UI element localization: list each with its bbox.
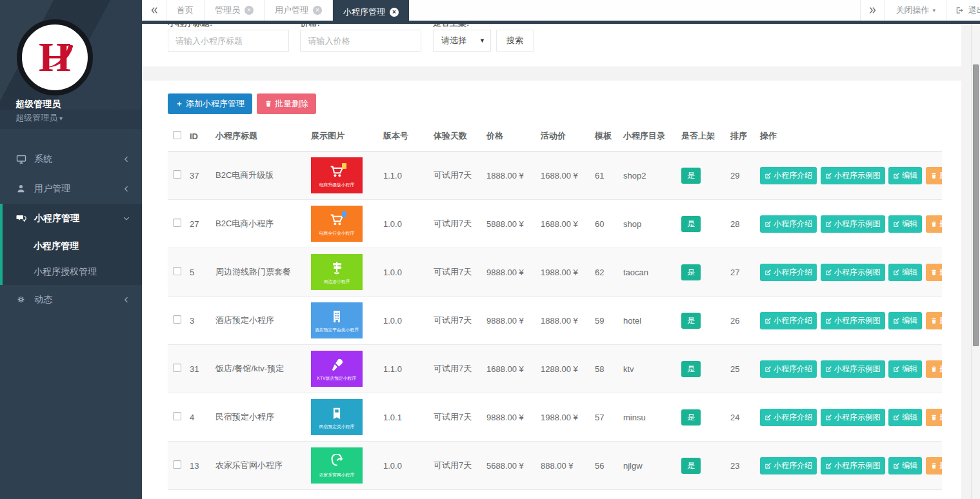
close-icon[interactable]: ×: [245, 6, 254, 15]
row-checkbox[interactable]: [173, 219, 181, 227]
preview-image[interactable]: 酒店预定平台类小程序: [311, 302, 363, 338]
row-checkbox[interactable]: [173, 170, 181, 179]
user-role-dropdown[interactable]: 超级管理员▾: [15, 112, 63, 124]
row-checkbox[interactable]: [173, 412, 181, 420]
on-shelf-badge[interactable]: 是: [681, 361, 701, 377]
cell-price: [485, 490, 539, 499]
batch-delete-button[interactable]: 批量删除: [257, 93, 316, 114]
preview-image[interactable]: 电商升级版小程序: [311, 157, 363, 193]
image-caption: 周边游小程序: [324, 279, 350, 284]
brand-logo: H: [17, 19, 93, 95]
examples-button[interactable]: 小程序示例图: [821, 457, 885, 475]
on-shelf-badge[interactable]: 是: [681, 313, 701, 329]
tab-miniprogram-management[interactable]: 小程序管理 ×: [333, 0, 409, 24]
edit-button[interactable]: 编辑: [888, 312, 922, 329]
cell-on-shelf: 是: [680, 345, 729, 393]
preview-image[interactable]: 民宿预定类小程序: [311, 399, 363, 435]
table-toolbar: 添加小程序管理 批量删除: [168, 93, 942, 114]
cell-trial-days: 可试用7天: [432, 345, 485, 393]
edit-icon: [765, 269, 772, 276]
edit-icon: [893, 172, 900, 179]
on-shelf-select[interactable]: 请选择 ▼: [433, 30, 491, 52]
row-checkbox[interactable]: [173, 315, 181, 324]
intro-button[interactable]: 小程序介绍: [760, 360, 817, 378]
edit-button[interactable]: 编辑: [888, 167, 922, 184]
select-all-checkbox[interactable]: [173, 131, 181, 139]
intro-button[interactable]: 小程序介绍: [760, 457, 817, 475]
tabs-scroll-right-button[interactable]: [860, 0, 885, 21]
edit-button[interactable]: 编辑: [888, 264, 922, 281]
vertical-scrollbar-thumb[interactable]: [973, 64, 979, 346]
delete-button[interactable]: 删除: [926, 215, 942, 233]
cell-image: 酒店预定平台类小程序: [310, 297, 382, 345]
edit-icon: [765, 462, 772, 469]
delete-button[interactable]: 删除: [926, 264, 942, 281]
vertical-scrollbar-track[interactable]: [971, 24, 980, 499]
edit-icon: [825, 269, 832, 276]
examples-button[interactable]: 小程序示例图: [821, 215, 885, 233]
examples-button[interactable]: 小程序示例图: [821, 312, 885, 329]
edit-icon: [825, 366, 832, 373]
search-button[interactable]: 搜索: [496, 30, 534, 52]
image-caption: 电商全行业小程序: [319, 230, 354, 235]
close-icon[interactable]: ×: [313, 6, 322, 15]
row-checkbox[interactable]: [173, 460, 181, 469]
edit-button[interactable]: 编辑: [888, 215, 922, 233]
tab-user-management[interactable]: 用户管理 ×: [265, 0, 333, 21]
sidebar-subitem-miniprogram-auth-management[interactable]: 小程序授权管理: [3, 259, 142, 285]
examples-button[interactable]: 小程序示例图: [821, 264, 885, 281]
cell-actions: 小程序介绍 小程序示例图 编辑 删除: [759, 345, 942, 393]
delete-button[interactable]: 删除: [926, 167, 942, 184]
close-icon[interactable]: ×: [390, 8, 399, 17]
on-shelf-badge[interactable]: 是: [681, 264, 701, 280]
examples-button[interactable]: 小程序示例图: [821, 360, 885, 378]
cell-title: 周边游线路门票套餐: [214, 248, 310, 297]
row-checkbox[interactable]: [173, 267, 181, 275]
tabs-scroll-left-button[interactable]: [142, 0, 166, 21]
intro-button[interactable]: 小程序介绍: [760, 312, 817, 329]
cell-trial-days: 可试用7天: [432, 393, 485, 442]
on-shelf-badge[interactable]: 是: [681, 216, 701, 232]
examples-button[interactable]: 小程序示例图: [821, 409, 885, 426]
delete-button[interactable]: 删除: [926, 312, 942, 329]
delete-button[interactable]: 删除: [926, 457, 942, 475]
field-label: 价格:: [300, 24, 421, 28]
cell-price: 1688.00 ¥: [485, 345, 539, 393]
sidebar-item-dynamic[interactable]: 动态: [0, 285, 142, 315]
examples-button[interactable]: 小程序示例图: [821, 167, 885, 184]
table-row: 13 农家乐官网小程序 农家乐官网小程序 1.0.0 可试用7天 5688.00…: [168, 442, 942, 490]
logo-monogram: H: [39, 37, 71, 78]
delete-button[interactable]: 删除: [926, 360, 942, 378]
cell-title: 酒店预定小程序: [214, 297, 310, 345]
preview-image[interactable]: 电商全行业小程序: [311, 206, 363, 242]
delete-button[interactable]: 删除: [926, 409, 942, 426]
sidebar-item-user-management[interactable]: 用户管理: [0, 174, 142, 204]
on-shelf-badge[interactable]: 是: [681, 409, 701, 426]
trash-icon: [930, 462, 937, 469]
edit-button[interactable]: 编辑: [888, 360, 922, 378]
intro-button[interactable]: 小程序介绍: [760, 215, 817, 233]
price-input[interactable]: [300, 30, 421, 52]
cell-actions: 小程序介绍 小程序示例图 编辑 删除: [759, 152, 942, 200]
on-shelf-badge[interactable]: 是: [681, 168, 701, 184]
double-angle-left-icon: [150, 6, 159, 15]
sidebar-item-miniprogram-management[interactable]: 小程序管理: [3, 204, 142, 233]
sidebar-subitem-miniprogram-management[interactable]: 小程序管理: [3, 233, 142, 259]
preview-image[interactable]: KTV饭店预定小程序: [311, 351, 363, 387]
miniprogram-title-input[interactable]: [168, 30, 289, 52]
add-miniprogram-button[interactable]: 添加小程序管理: [168, 93, 252, 114]
edit-button[interactable]: 编辑: [888, 409, 922, 426]
intro-button[interactable]: 小程序介绍: [760, 264, 817, 281]
row-checkbox[interactable]: [173, 364, 181, 372]
logout-button[interactable]: 退出: [946, 0, 980, 21]
edit-button[interactable]: 编辑: [888, 457, 922, 475]
sidebar-item-system[interactable]: 系统: [0, 144, 142, 174]
tab-home[interactable]: 首页: [166, 0, 205, 21]
preview-image[interactable]: 周边游小程序: [311, 254, 363, 290]
preview-image[interactable]: 农家乐官网小程序: [311, 447, 363, 484]
intro-button[interactable]: 小程序介绍: [760, 409, 817, 426]
tab-admin[interactable]: 管理员 ×: [205, 0, 265, 21]
intro-button[interactable]: 小程序介绍: [760, 167, 817, 184]
on-shelf-badge[interactable]: 是: [681, 458, 701, 474]
close-operations-dropdown[interactable]: 关闭操作 ▾: [885, 0, 946, 21]
